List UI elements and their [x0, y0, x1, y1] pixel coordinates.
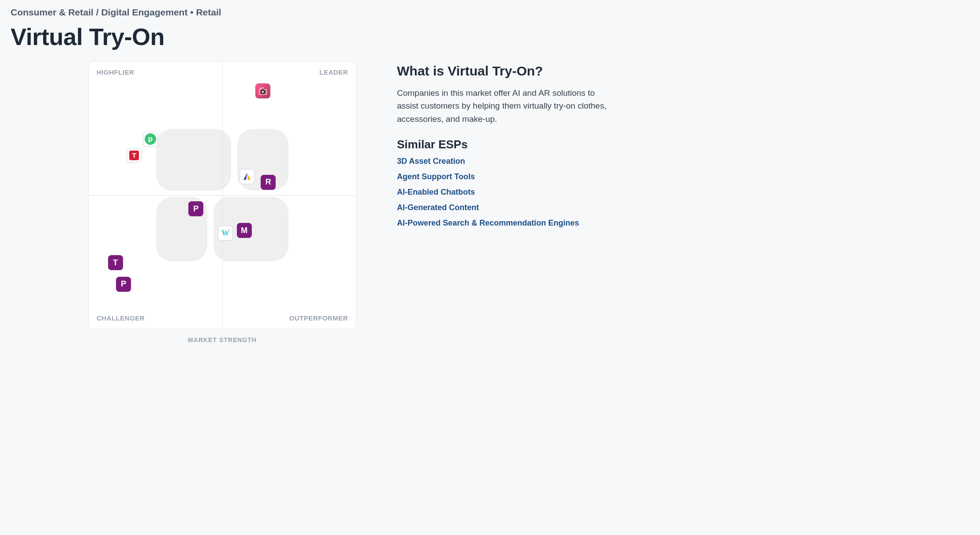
- chart-point-red-t[interactable]: T: [127, 148, 142, 163]
- chart-point-purple-p1[interactable]: P: [188, 201, 203, 216]
- page-title: Virtual Try-On: [11, 23, 969, 50]
- chart-point-purple-r[interactable]: R: [261, 175, 276, 190]
- quadrant-label-challenger: CHALLENGER: [97, 314, 145, 322]
- quadrant-label-highflier: HIGHFLIER: [97, 68, 134, 76]
- similar-esp-link[interactable]: Agent Support Tools: [397, 172, 475, 181]
- chart-point-label: T: [129, 151, 139, 160]
- breadcrumb[interactable]: Consumer & Retail / Digital Engagement •…: [11, 7, 969, 18]
- list-item: AI-Generated Content: [397, 203, 969, 212]
- section-description: Companies in this market offer AI and AR…: [397, 87, 609, 125]
- similar-esp-link[interactable]: 3D Asset Creation: [397, 157, 465, 166]
- quadrant-label-outperformer: OUTPERFORMER: [289, 314, 348, 322]
- quadrant-chart: HIGHFLIER LEADER CHALLENGER OUTPERFORMER…: [88, 61, 356, 329]
- similar-esps-list: 3D Asset CreationAgent Support ToolsAI-E…: [397, 157, 969, 228]
- chart-point-yellow-a[interactable]: [239, 169, 254, 184]
- chart-point-purple-p2[interactable]: P: [116, 277, 131, 292]
- section-heading-what-is: What is Virtual Try-On?: [397, 64, 969, 79]
- x-axis-label: MARKET STRENGTH: [188, 336, 257, 343]
- similar-esp-link[interactable]: AI-Enabled Chatbots: [397, 188, 475, 196]
- camera-icon: [258, 86, 268, 96]
- list-item: 3D Asset Creation: [397, 157, 969, 166]
- svg-point-1: [262, 91, 264, 93]
- chart-point-green-p[interactable]: p: [143, 132, 158, 147]
- chart-point-cyan-w[interactable]: W: [218, 226, 233, 241]
- chart-point-label: p: [145, 133, 156, 145]
- section-heading-similar-esps: Similar ESPs: [397, 138, 969, 151]
- grid-line-horizontal: [89, 195, 356, 196]
- chart-point-purple-t[interactable]: T: [108, 255, 123, 270]
- list-item: AI-Enabled Chatbots: [397, 188, 969, 197]
- similar-esp-link[interactable]: AI-Generated Content: [397, 203, 479, 212]
- chart-point-pink-camera[interactable]: [255, 83, 270, 98]
- chart-point-purple-m[interactable]: M: [237, 223, 252, 238]
- similar-esp-link[interactable]: AI-Powered Search & Recommendation Engin…: [397, 219, 579, 227]
- list-item: Agent Support Tools: [397, 172, 969, 181]
- list-item: AI-Powered Search & Recommendation Engin…: [397, 219, 969, 228]
- triangle-a-icon: [242, 172, 252, 181]
- svg-point-3: [264, 87, 266, 89]
- svg-point-2: [260, 87, 262, 89]
- quadrant-label-leader: LEADER: [319, 68, 348, 76]
